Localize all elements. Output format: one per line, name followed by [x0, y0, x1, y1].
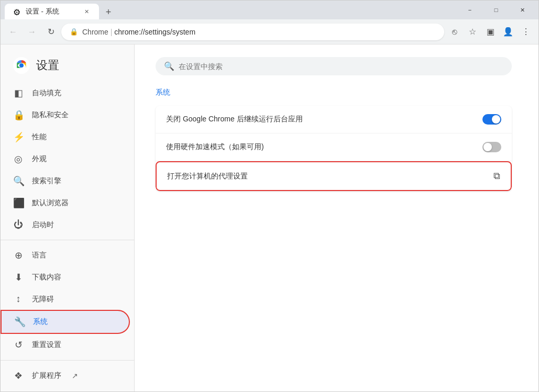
sidebar-item-label-accessibility: 无障碍 [32, 295, 54, 304]
sidebar-toggle-button[interactable]: ▣ [482, 24, 499, 40]
sidebar-divider [1, 360, 134, 361]
privacy-icon: 🔒 [13, 109, 24, 121]
sidebar-item-search[interactable]: 🔍搜索引擎 [1, 170, 130, 192]
sidebar-item-language[interactable]: ⊕语言 [1, 244, 130, 266]
sidebar-item-label-privacy: 隐私和安全 [32, 110, 69, 120]
new-tab-button[interactable]: + [101, 5, 116, 19]
browser-toolbar: ← → ↻ 🔒 Chrome | chrome://settings/syste… [1, 19, 538, 44]
sidebar-item-label-language: 语言 [32, 251, 47, 260]
sidebar-item-label-reset: 重置设置 [32, 340, 61, 350]
system-icon: 🔧 [14, 316, 25, 328]
settings-row-proxy-settings[interactable]: 打开您计算机的代理设置⧉ [156, 161, 512, 191]
search-bar[interactable]: 🔍 [156, 57, 512, 75]
sidebar-item-appearance[interactable]: ◎外观 [1, 148, 130, 170]
sidebar-items-container: ◧自动填充🔒隐私和安全⚡性能◎外观🔍搜索引擎⬛默认浏览器⏻启动时⊕语言⬇下载内容… [1, 82, 134, 391]
performance-icon: ⚡ [13, 131, 24, 143]
close-button[interactable]: ✕ [510, 2, 534, 18]
refresh-button[interactable]: ↻ [42, 24, 59, 40]
sidebar-item-label-appearance: 外观 [32, 154, 47, 164]
sidebar-item-downloads[interactable]: ⬇下载内容 [1, 266, 130, 288]
appearance-icon: ◎ [13, 153, 24, 165]
sidebar-item-label-extensions: 扩展程序 [32, 371, 61, 380]
back-button[interactable]: ← [5, 24, 21, 40]
downloads-icon: ⬇ [13, 272, 24, 283]
forward-button[interactable]: → [24, 24, 40, 40]
sidebar-settings-title: 设置 [36, 58, 59, 73]
setting-label-hardware-acceleration: 使用硬件加速模式（如果可用) [166, 142, 474, 152]
sidebar-item-label-autofill: 自动填充 [32, 88, 61, 98]
window-controls: − □ ✕ [458, 2, 534, 18]
profile-button[interactable]: 👤 [500, 24, 516, 40]
sidebar-item-label-search: 搜索引擎 [32, 176, 61, 186]
tab-favicon: ⚙ [13, 7, 21, 16]
startup-icon: ⏻ [13, 219, 24, 230]
minimize-button[interactable]: − [458, 2, 482, 18]
sidebar-item-label-performance: 性能 [32, 132, 47, 142]
external-link-icon-proxy-settings[interactable]: ⧉ [493, 171, 500, 182]
tab-title: 设置 - 系统 [26, 7, 78, 16]
share-button[interactable]: ⎋ [446, 24, 463, 40]
sidebar: 设置 ◧自动填充🔒隐私和安全⚡性能◎外观🔍搜索引擎⬛默认浏览器⏻启动时⊕语言⬇下… [1, 44, 135, 391]
settings-content: 🔍 系统 关闭 Google Chrome 后继续运行后台应用使用硬件加速模式（… [135, 44, 538, 391]
tab-close-button[interactable]: ✕ [82, 7, 91, 16]
sidebar-item-startup[interactable]: ⏻启动时 [1, 214, 130, 236]
sidebar-item-label-system: 系统 [33, 317, 48, 327]
settings-row-background-apps: 关闭 Google Chrome 后继续运行后台应用 [156, 106, 512, 133]
sidebar-header: 设置 [1, 49, 134, 82]
setting-label-background-apps: 关闭 Google Chrome 后继续运行后台应用 [166, 115, 474, 124]
toolbar-actions: ⎋ ☆ ▣ 👤 ⋮ [446, 24, 534, 40]
bookmark-button[interactable]: ☆ [464, 24, 481, 40]
tab-area: ⚙ 设置 - 系统 ✕ + [5, 1, 458, 19]
language-icon: ⊕ [13, 250, 24, 261]
accessibility-icon: ↕ [13, 294, 24, 305]
address-lock-icon: 🔒 [70, 28, 78, 36]
title-bar: ⚙ 设置 - 系统 ✕ + − □ ✕ [1, 1, 538, 19]
sidebar-item-system[interactable]: 🔧系统 [1, 310, 130, 334]
autofill-icon: ◧ [13, 87, 24, 99]
default-browser-icon: ⬛ [13, 197, 24, 209]
extensions-external-icon[interactable]: ↗ [72, 372, 78, 380]
sidebar-item-label-downloads: 下载内容 [32, 273, 61, 282]
sidebar-item-performance[interactable]: ⚡性能 [1, 126, 130, 148]
sidebar-item-extensions[interactable]: ❖扩展程序↗ [1, 365, 130, 387]
address-bar[interactable]: 🔒 Chrome | chrome://settings/system [61, 24, 444, 40]
sidebar-item-label-startup: 启动时 [32, 220, 54, 230]
sidebar-item-accessibility[interactable]: ↕无障碍 [1, 288, 130, 310]
settings-row-hardware-acceleration: 使用硬件加速模式（如果可用) [156, 133, 512, 161]
window-frame: ⚙ 设置 - 系统 ✕ + − □ ✕ ← → ↻ 🔒 Chrome | chr… [0, 0, 539, 392]
sidebar-item-label-default-browser: 默认浏览器 [32, 198, 69, 208]
toggle-hardware-acceleration[interactable] [482, 142, 501, 152]
main-layout: 设置 ◧自动填充🔒隐私和安全⚡性能◎外观🔍搜索引擎⬛默认浏览器⏻启动时⊕语言⬇下… [1, 44, 538, 391]
section-title: 系统 [156, 88, 518, 97]
search-icon: 🔍 [13, 175, 24, 187]
active-tab[interactable]: ⚙ 设置 - 系统 ✕ [5, 4, 99, 19]
sidebar-item-default-browser[interactable]: ⬛默认浏览器 [1, 192, 130, 214]
sidebar-item-about[interactable]: ●关于 Chrome [1, 387, 130, 391]
sidebar-item-reset[interactable]: ↺重置设置 [1, 334, 130, 356]
extensions-icon: ❖ [13, 370, 24, 382]
address-text: Chrome | chrome://settings/system [82, 28, 436, 36]
chrome-logo [13, 57, 30, 74]
sidebar-divider [1, 240, 134, 240]
search-input[interactable] [179, 62, 503, 71]
menu-button[interactable]: ⋮ [518, 24, 534, 40]
reset-icon: ↺ [13, 339, 24, 351]
toggle-background-apps[interactable] [482, 114, 501, 125]
sidebar-item-autofill[interactable]: ◧自动填充 [1, 82, 130, 104]
setting-label-proxy-settings: 打开您计算机的代理设置 [167, 172, 485, 181]
sidebar-item-privacy[interactable]: 🔒隐私和安全 [1, 104, 130, 126]
search-icon: 🔍 [164, 61, 174, 71]
maximize-button[interactable]: □ [484, 2, 508, 18]
settings-card: 关闭 Google Chrome 后继续运行后台应用使用硬件加速模式（如果可用)… [156, 106, 512, 191]
